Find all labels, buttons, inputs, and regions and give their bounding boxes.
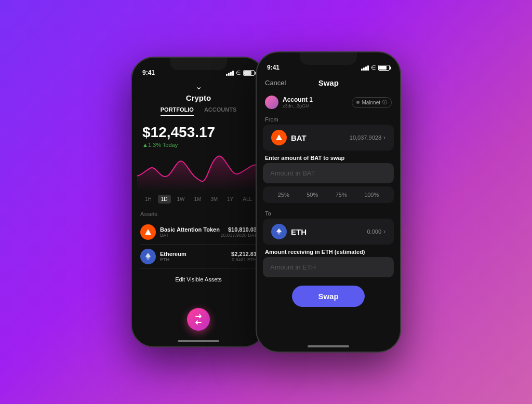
eth-token-icon: [140, 249, 156, 264]
wifi-icon-right: ∈: [371, 64, 376, 71]
portfolio-change: ▲1.3% Today: [142, 142, 255, 148]
account-row: Account 1 z3dn...2gGM Mainnet ⓘ: [257, 92, 400, 112]
nav-header: ⌄ Crypto PORTFOLIO ACCOUNTS: [132, 79, 265, 119]
svg-marker-4: [276, 228, 282, 233]
mainnet-chevron-icon: ⓘ: [382, 99, 387, 106]
swap-title: Swap: [318, 78, 339, 87]
svg-marker-3: [276, 134, 282, 140]
cancel-button[interactable]: Cancel: [265, 79, 286, 87]
right-screen: 9:41 ∈ Cancel Swap: [257, 52, 400, 352]
bat-placeholder: Amount in BAT: [270, 169, 315, 177]
time-filters: 1H 1D 1W 1M 3M 1Y ALL: [132, 192, 265, 207]
bat-value: $10,810.03: [221, 226, 257, 233]
edit-assets-button[interactable]: Edit Visible Assets: [132, 271, 265, 288]
eth-amount: 0.6431 ETH: [231, 257, 257, 262]
account-avatar: [265, 96, 278, 109]
filter-all[interactable]: ALL: [240, 195, 255, 204]
phone-left: 9:41 ∈ ⌄ Crypto: [131, 57, 266, 347]
status-icons-left: ∈: [226, 70, 255, 76]
swap-arrows-icon: [193, 314, 204, 325]
chart-container: [132, 150, 265, 192]
assets-section: Assets Basic Attention Token BAT: [132, 207, 265, 271]
portfolio-amount: $12,453.17: [142, 124, 255, 141]
swap-header: Cancel Swap: [257, 74, 400, 92]
account-name: Account 1: [283, 96, 313, 103]
pct-100-button[interactable]: 100%: [361, 191, 382, 199]
mainnet-label: Mainnet: [362, 100, 380, 105]
swap-fab-button[interactable]: [187, 308, 210, 331]
eth-input-label: Amount receiving in ETH (estimated): [257, 245, 400, 257]
mainnet-dot-icon: [356, 101, 360, 104]
to-label: To: [257, 206, 400, 219]
assets-label: Assets: [140, 211, 257, 217]
filter-3m[interactable]: 3M: [207, 195, 221, 204]
battery-icon-right: [378, 65, 390, 71]
eth-value: $2,212.81: [231, 251, 257, 257]
account-address: z3dn...2gGM: [283, 103, 313, 109]
nav-title: Crypto: [186, 93, 211, 102]
bat-token-icon: [140, 224, 156, 240]
phones-container: 9:41 ∈ ⌄ Crypto: [131, 51, 401, 353]
notch-right: [300, 52, 357, 65]
chevron-down-icon[interactable]: ⌄: [195, 82, 202, 91]
filter-1y[interactable]: 1Y: [224, 195, 236, 204]
percentage-row: 25% 50% 75% 100%: [263, 186, 394, 203]
phone-right: 9:41 ∈ Cancel Swap: [256, 51, 401, 353]
signal-icon: [226, 71, 234, 76]
mainnet-badge[interactable]: Mainnet ⓘ: [352, 97, 392, 108]
tab-bar: PORTFOLIO ACCOUNTS: [161, 106, 237, 119]
swap-action-button[interactable]: Swap: [292, 286, 364, 307]
bat-amount-input[interactable]: Amount in BAT: [263, 163, 394, 183]
status-icons-right: ∈: [361, 64, 390, 71]
filter-1w[interactable]: 1W: [174, 195, 188, 204]
time-left: 9:41: [142, 69, 155, 76]
pct-75-button[interactable]: 75%: [332, 191, 350, 199]
home-indicator-right: [308, 345, 349, 347]
to-token-name: ETH: [291, 227, 307, 236]
from-token-row[interactable]: BAT 10,037.9028 ›: [263, 125, 394, 151]
to-chevron-icon: ›: [383, 228, 385, 235]
from-token-name: BAT: [291, 133, 307, 142]
bat-name: Basic Attention Token: [160, 226, 220, 233]
bat-input-label: Enter amount of BAT to swap: [257, 151, 400, 163]
from-token-balance: 10,037.9028: [350, 134, 381, 141]
time-right: 9:41: [267, 64, 280, 71]
to-token-icon: [271, 224, 287, 239]
filter-1m[interactable]: 1M: [191, 195, 204, 204]
pct-50-button[interactable]: 50%: [303, 191, 321, 199]
portfolio-value-section: $12,453.17 ▲1.3% Today: [132, 119, 265, 150]
filter-1d[interactable]: 1D: [158, 195, 171, 204]
left-screen: 9:41 ∈ ⌄ Crypto: [132, 58, 265, 346]
pct-25-button[interactable]: 25%: [275, 191, 292, 199]
from-token-icon: [271, 130, 287, 145]
eth-placeholder: Amount in ETH: [270, 263, 316, 271]
eth-symbol: ETH: [160, 257, 187, 262]
battery-icon: [243, 70, 255, 76]
filter-1h[interactable]: 1H: [142, 195, 155, 204]
bat-symbol: BAT: [160, 233, 220, 238]
svg-marker-1: [145, 253, 151, 258]
bat-amount: 10,037.9028 BAT: [221, 233, 257, 238]
swap-button-container: Swap: [257, 277, 400, 312]
home-indicator-left: [178, 340, 219, 342]
wifi-icon: ∈: [236, 70, 241, 76]
asset-eth[interactable]: Ethereum ETH $2,212.81 0.6431 ETH: [140, 245, 257, 269]
portfolio-chart: [137, 150, 260, 192]
to-token-row[interactable]: ETH 0.000 ›: [263, 219, 394, 245]
to-token-balance: 0.000: [367, 228, 381, 235]
signal-icon-right: [361, 65, 369, 71]
asset-bat[interactable]: Basic Attention Token BAT $10,810.03 10,…: [140, 220, 257, 245]
tab-portfolio[interactable]: PORTFOLIO: [161, 106, 194, 116]
eth-amount-input[interactable]: Amount in ETH: [263, 257, 394, 277]
svg-marker-0: [145, 229, 151, 235]
from-chevron-icon: ›: [383, 134, 385, 141]
tab-accounts[interactable]: ACCOUNTS: [204, 106, 236, 116]
from-label: From: [257, 112, 400, 125]
eth-name: Ethereum: [160, 251, 187, 257]
notch-left: [170, 58, 227, 70]
